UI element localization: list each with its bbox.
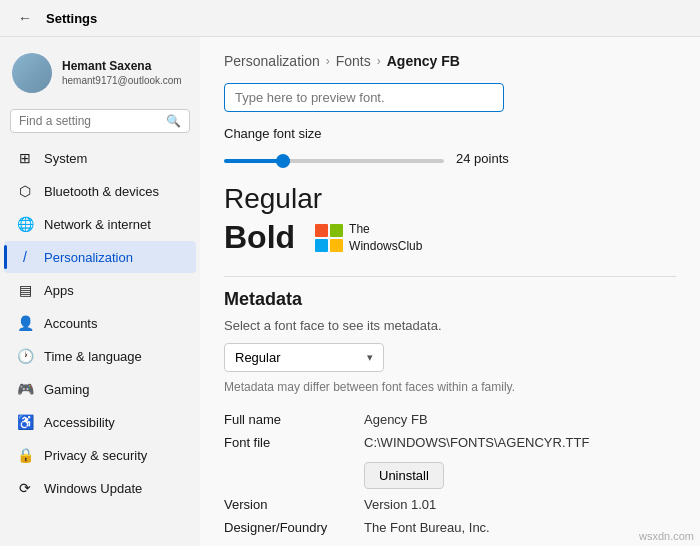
breadcrumb-personalization: Personalization [224, 53, 320, 69]
font-samples: Regular Bold TheWindowsClub [224, 183, 676, 256]
metadata-label-1: Font file [224, 431, 364, 454]
metadata-label-0: Full name [224, 408, 364, 431]
search-icon: 🔍 [166, 114, 181, 128]
sidebar-item-network[interactable]: 🌐Network & internet [4, 208, 196, 240]
avatar [12, 53, 52, 93]
font-face-dropdown-container: Regular ▾ [224, 343, 676, 372]
font-size-label: Change font size [224, 126, 676, 141]
breadcrumb-sep-2: › [377, 54, 381, 68]
windows-club-badge: TheWindowsClub [315, 221, 422, 255]
title-bar: ← Settings [0, 0, 700, 37]
watermark: wsxdn.com [639, 530, 694, 542]
metadata-table: Full nameAgency FBFont fileC:\WINDOWS\FO… [224, 408, 676, 546]
sidebar-label-update: Windows Update [44, 481, 142, 496]
user-email: hemant9171@outlook.com [62, 74, 182, 87]
slider-row: 24 points [224, 149, 676, 167]
sidebar-item-privacy[interactable]: 🔒Privacy & security [4, 439, 196, 471]
bluetooth-icon: ⬡ [16, 182, 34, 200]
sidebar-label-apps: Apps [44, 283, 74, 298]
slider-value: 24 points [456, 151, 509, 166]
metadata-label-5: Manufacturer [224, 539, 364, 546]
gaming-icon: 🎮 [16, 380, 34, 398]
content-area: Personalization › Fonts › Agency FB Chan… [200, 37, 700, 546]
win-pane-red [315, 224, 328, 237]
network-icon: 🌐 [16, 215, 34, 233]
font-sample-regular: Regular [224, 183, 676, 215]
breadcrumb-fonts: Fonts [336, 53, 371, 69]
sidebar-item-system[interactable]: ⊞System [4, 142, 196, 174]
win-pane-yellow [330, 239, 343, 252]
breadcrumb: Personalization › Fonts › Agency FB [224, 53, 676, 69]
sidebar-item-bluetooth[interactable]: ⬡Bluetooth & devices [4, 175, 196, 207]
search-box: 🔍 [10, 109, 190, 133]
win-pane-blue [315, 239, 328, 252]
update-icon: ⟳ [16, 479, 34, 497]
metadata-label-uninstall [224, 454, 364, 493]
sidebar-item-accessibility[interactable]: ♿Accessibility [4, 406, 196, 438]
font-bold-row: Bold TheWindowsClub [224, 219, 676, 256]
uninstall-button-cell: Uninstall [364, 454, 676, 493]
win-pane-green [330, 224, 343, 237]
metadata-section: Metadata Select a font face to see its m… [224, 289, 676, 546]
chevron-down-icon: ▾ [367, 351, 373, 364]
metadata-label-4: Designer/Foundry [224, 516, 364, 539]
user-profile: Hemant Saxena hemant9171@outlook.com [0, 45, 200, 105]
metadata-subtitle: Select a font face to see its metadata. [224, 318, 676, 333]
apps-icon: ▤ [16, 281, 34, 299]
breadcrumb-sep-1: › [326, 54, 330, 68]
slider-container [224, 149, 444, 167]
metadata-value-5: The Font Bureau, Inc. [364, 539, 676, 546]
sidebar: Hemant Saxena hemant9171@outlook.com 🔍 ⊞… [0, 37, 200, 546]
font-preview-input[interactable] [224, 83, 504, 112]
dropdown-value: Regular [235, 350, 281, 365]
windows-logo-icon [315, 224, 343, 252]
title-bar-text: Settings [46, 11, 97, 26]
back-button[interactable]: ← [12, 8, 38, 28]
metadata-title: Metadata [224, 289, 676, 310]
user-info: Hemant Saxena hemant9171@outlook.com [62, 59, 182, 88]
sidebar-item-apps[interactable]: ▤Apps [4, 274, 196, 306]
sidebar-label-bluetooth: Bluetooth & devices [44, 184, 159, 199]
sidebar-item-personalization[interactable]: /Personalization [4, 241, 196, 273]
sidebar-item-gaming[interactable]: 🎮Gaming [4, 373, 196, 405]
section-divider [224, 276, 676, 277]
metadata-value-0: Agency FB [364, 408, 676, 431]
sidebar-label-system: System [44, 151, 87, 166]
uninstall-button[interactable]: Uninstall [364, 462, 444, 489]
search-container: 🔍 [0, 105, 200, 141]
nav-list: ⊞System⬡Bluetooth & devices🌐Network & in… [0, 141, 200, 505]
metadata-value-1: C:\WINDOWS\FONTS\AGENCYR.TTF [364, 431, 676, 454]
search-input[interactable] [19, 114, 160, 128]
time-icon: 🕐 [16, 347, 34, 365]
accounts-icon: 👤 [16, 314, 34, 332]
sidebar-label-personalization: Personalization [44, 250, 133, 265]
sidebar-label-network: Network & internet [44, 217, 151, 232]
font-sample-bold: Bold [224, 219, 295, 256]
font-size-slider[interactable] [224, 159, 444, 163]
system-icon: ⊞ [16, 149, 34, 167]
sidebar-label-gaming: Gaming [44, 382, 90, 397]
main-layout: Hemant Saxena hemant9171@outlook.com 🔍 ⊞… [0, 37, 700, 546]
sidebar-label-accounts: Accounts [44, 316, 97, 331]
metadata-note: Metadata may differ between font faces w… [224, 380, 676, 394]
accessibility-icon: ♿ [16, 413, 34, 431]
user-name: Hemant Saxena [62, 59, 182, 75]
sidebar-label-accessibility: Accessibility [44, 415, 115, 430]
avatar-image [12, 53, 52, 93]
sidebar-item-accounts[interactable]: 👤Accounts [4, 307, 196, 339]
sidebar-label-time: Time & language [44, 349, 142, 364]
font-face-dropdown[interactable]: Regular ▾ [224, 343, 384, 372]
sidebar-label-privacy: Privacy & security [44, 448, 147, 463]
metadata-value-4: The Font Bureau, Inc. [364, 516, 676, 539]
windows-club-text: TheWindowsClub [349, 221, 422, 255]
privacy-icon: 🔒 [16, 446, 34, 464]
metadata-value-3: Version 1.01 [364, 493, 676, 516]
sidebar-item-time[interactable]: 🕐Time & language [4, 340, 196, 372]
breadcrumb-current: Agency FB [387, 53, 460, 69]
metadata-label-3: Version [224, 493, 364, 516]
sidebar-item-update[interactable]: ⟳Windows Update [4, 472, 196, 504]
personalization-icon: / [16, 248, 34, 266]
